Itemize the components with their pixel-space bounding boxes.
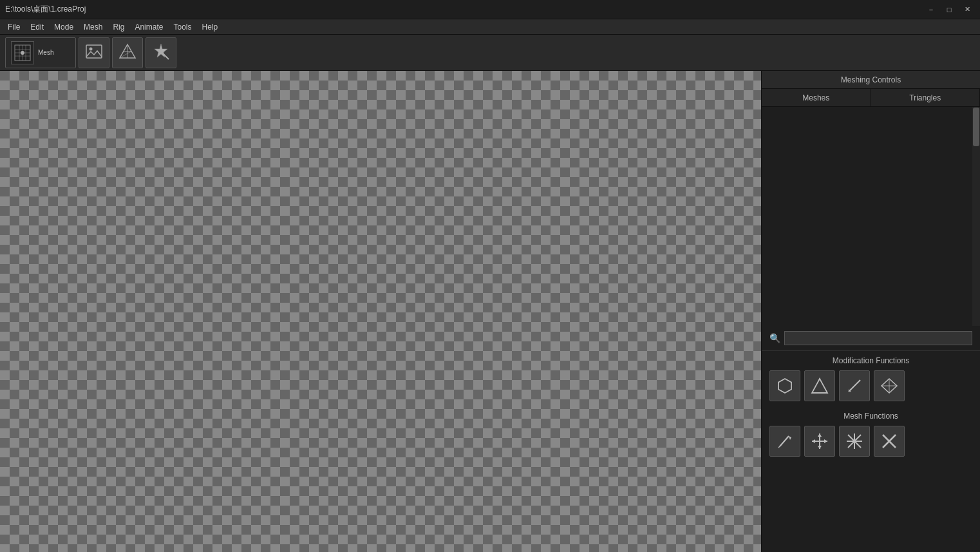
diamond-icon bbox=[880, 377, 898, 395]
svg-point-7 bbox=[21, 51, 24, 55]
menu-file[interactable]: File bbox=[3, 21, 25, 33]
asterisk-icon bbox=[845, 432, 863, 450]
svg-line-23 bbox=[780, 436, 789, 446]
menu-tools[interactable]: Tools bbox=[168, 21, 196, 33]
image-icon bbox=[85, 43, 103, 62]
cross-icon bbox=[880, 432, 898, 450]
mesh-btn-move[interactable] bbox=[804, 426, 835, 457]
toolbar-mesh-label: Mesh bbox=[38, 49, 53, 56]
mesh-list-area bbox=[762, 107, 980, 326]
main-area: Meshing Controls Meshes Triangles 🔍 bbox=[0, 71, 980, 552]
svg-rect-8 bbox=[86, 45, 102, 58]
mesh-functions-label: Mesh Functions bbox=[769, 412, 972, 421]
triangle-up-icon bbox=[811, 377, 829, 395]
menu-edit[interactable]: Edit bbox=[25, 21, 49, 33]
menu-rig[interactable]: Rig bbox=[108, 21, 129, 33]
scrollbar-thumb[interactable] bbox=[973, 108, 979, 146]
canvas-checker bbox=[0, 71, 761, 552]
menu-mesh[interactable]: Mesh bbox=[79, 21, 108, 33]
svg-line-25 bbox=[778, 446, 780, 448]
close-button[interactable]: ✕ bbox=[959, 4, 975, 15]
svg-marker-30 bbox=[812, 439, 815, 443]
mesh-functions-section: Mesh Functions bbox=[762, 406, 980, 462]
meshing-controls-header: Meshing Controls bbox=[762, 71, 980, 89]
canvas-area[interactable] bbox=[0, 71, 761, 552]
svg-marker-29 bbox=[818, 446, 822, 449]
meshing-controls-title: Meshing Controls bbox=[841, 75, 901, 84]
pencil-icon bbox=[776, 432, 794, 450]
svg-marker-28 bbox=[818, 433, 822, 437]
toolbar: Mesh bbox=[0, 35, 980, 71]
mod-btn-triangle[interactable] bbox=[804, 370, 835, 401]
menu-mode[interactable]: Mode bbox=[49, 21, 79, 33]
toolbar-tool-button[interactable] bbox=[146, 37, 176, 68]
svg-line-18 bbox=[849, 380, 860, 392]
mesh-icon bbox=[11, 41, 34, 64]
search-icon: 🔍 bbox=[769, 333, 780, 343]
tab-meshes[interactable]: Meshes bbox=[762, 89, 871, 106]
mesh-btn-cross[interactable] bbox=[874, 426, 905, 457]
svg-marker-16 bbox=[778, 379, 791, 393]
window-controls: − □ ✕ bbox=[923, 4, 975, 15]
panel-tabs: Meshes Triangles bbox=[762, 89, 980, 107]
menu-help[interactable]: Help bbox=[196, 21, 223, 33]
right-panel: Meshing Controls Meshes Triangles 🔍 bbox=[761, 71, 980, 552]
minimize-button[interactable]: − bbox=[923, 4, 939, 15]
panel-scrollbar[interactable] bbox=[972, 107, 980, 326]
modification-functions-label: Modification Functions bbox=[769, 356, 972, 365]
modification-buttons bbox=[769, 370, 972, 401]
mesh-btn-pencil[interactable] bbox=[769, 426, 800, 457]
mesh-svg-icon bbox=[14, 44, 32, 62]
mod-btn-knife[interactable] bbox=[839, 370, 870, 401]
knife-icon bbox=[845, 377, 863, 395]
toolbar-mesh-button[interactable]: Mesh bbox=[5, 37, 76, 68]
title-text: E:\tools\桌面\1.creaProj bbox=[5, 4, 86, 15]
svg-marker-24 bbox=[789, 436, 791, 440]
title-bar: E:\tools\桌面\1.creaProj − □ ✕ bbox=[0, 0, 980, 19]
panel-content: 🔍 Modification Functions bbox=[762, 107, 980, 552]
hexagon-icon bbox=[776, 377, 794, 395]
mesh-btn-asterisk[interactable] bbox=[839, 426, 870, 457]
svg-marker-31 bbox=[824, 439, 827, 443]
move-icon bbox=[811, 432, 829, 450]
modification-section: Modification Functions bbox=[762, 351, 980, 406]
mod-btn-hexagon[interactable] bbox=[769, 370, 800, 401]
menu-animate[interactable]: Animate bbox=[129, 21, 168, 33]
search-area: 🔍 bbox=[762, 326, 980, 351]
toolbar-triangles-button[interactable] bbox=[112, 37, 143, 68]
maximize-button[interactable]: □ bbox=[941, 4, 957, 15]
tab-triangles[interactable]: Triangles bbox=[871, 89, 981, 106]
svg-point-9 bbox=[90, 48, 93, 51]
menu-bar: File Edit Mode Mesh Rig Animate Tools He… bbox=[0, 19, 980, 35]
search-input[interactable] bbox=[784, 331, 972, 345]
mod-btn-diamond[interactable] bbox=[874, 370, 905, 401]
triangles-icon bbox=[118, 43, 137, 62]
svg-marker-17 bbox=[812, 379, 827, 393]
tool-icon bbox=[152, 43, 170, 62]
mesh-function-buttons bbox=[769, 426, 972, 457]
toolbar-image-button[interactable] bbox=[79, 37, 109, 68]
